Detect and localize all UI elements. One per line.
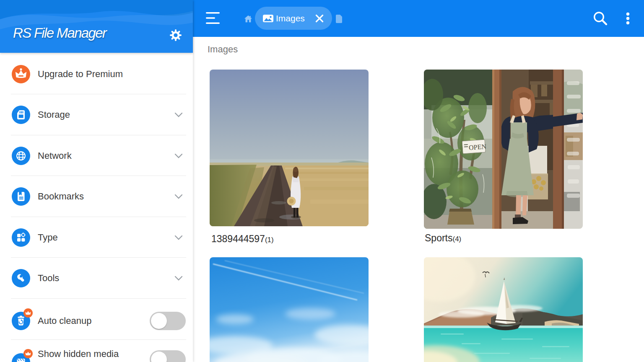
svg-text:OPEN: OPEN (469, 143, 487, 151)
